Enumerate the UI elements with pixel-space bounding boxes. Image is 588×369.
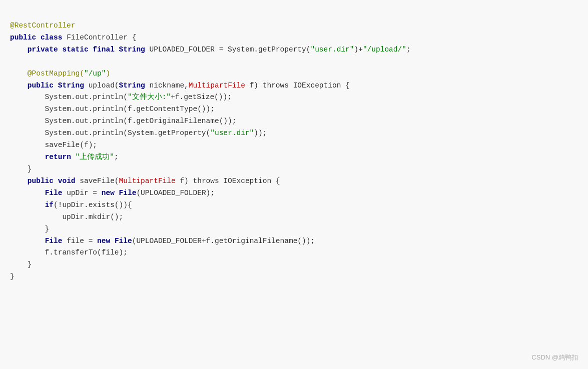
keyword-class: class: [41, 34, 63, 42]
keyword-if: if: [45, 201, 54, 209]
keyword-return: return: [45, 153, 71, 161]
string-filesize: "文件大小:": [128, 93, 171, 101]
string-upload-success: "上传成功": [76, 153, 114, 161]
keyword-final: final: [93, 46, 115, 54]
annotation-postmapping-close: ): [106, 70, 110, 78]
string-userdir-2: "user.dir": [210, 129, 254, 137]
keyword-public-2: public: [28, 82, 54, 90]
keyword-public: public: [10, 34, 36, 42]
type-string-3: String: [119, 82, 145, 90]
keyword-public-3: public: [28, 177, 54, 185]
type-string-2: String: [58, 82, 84, 90]
code-block: @RestController public class FileControl…: [10, 8, 578, 295]
keyword-new: new: [102, 189, 115, 197]
annotation-restcontroller: @RestController: [10, 22, 76, 30]
type-file-3: File: [45, 237, 63, 245]
string-upload-path: "/upload/": [363, 46, 406, 54]
type-file: File: [45, 189, 63, 197]
string-up-path: "/up": [84, 70, 106, 78]
keyword-static: static: [62, 46, 88, 54]
type-string: String: [119, 46, 145, 54]
type-file-2: File: [119, 189, 137, 197]
keyword-void: void: [58, 177, 76, 185]
keyword-private: private: [28, 46, 58, 54]
string-userdir: "user.dir": [310, 46, 354, 54]
code-container: @RestController public class FileControl…: [0, 0, 588, 369]
classname-filecontroller: FileController {: [67, 34, 136, 42]
type-file-4: File: [115, 237, 132, 245]
keyword-new-2: new: [97, 237, 110, 245]
type-multipartfile: MultipartFile: [189, 82, 245, 90]
watermark: CSDN @鸡鸭扣: [531, 353, 578, 362]
annotation-postmapping: @PostMapping(: [28, 70, 84, 78]
type-multipartfile-2: MultipartFile: [119, 177, 176, 185]
